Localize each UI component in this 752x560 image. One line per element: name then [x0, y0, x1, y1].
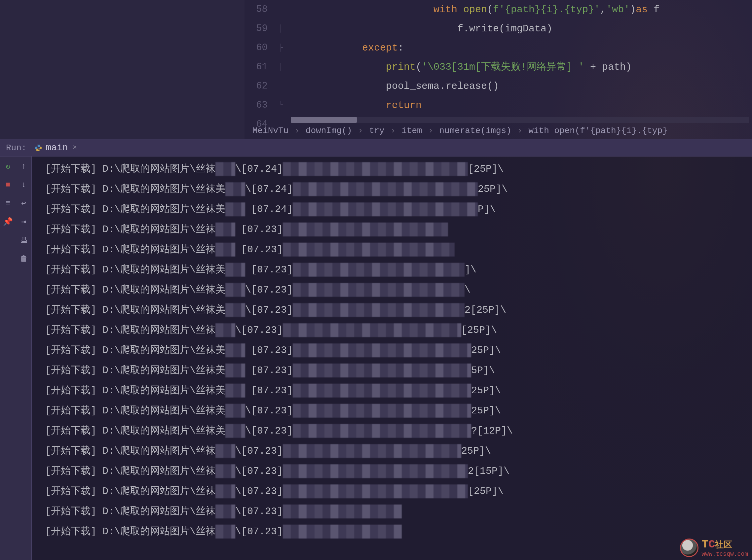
tool-column-1: ↻■≡📌: [0, 157, 16, 560]
print-icon[interactable]: 🖶: [18, 235, 30, 246]
console-line: [开始下载] D:\爬取的网站图片\丝袜 [07.23]: [45, 240, 752, 260]
censored-region: [225, 424, 245, 438]
python-icon: [34, 144, 42, 152]
censored-region: [225, 202, 245, 216]
fold-marker[interactable]: │: [274, 57, 287, 77]
scrollbar-thumb[interactable]: [291, 117, 357, 123]
censored-region: [225, 182, 245, 196]
censored-region: [283, 323, 461, 337]
censored-region: [215, 323, 235, 337]
run-header: Run: main ×: [0, 139, 752, 157]
fold-marker[interactable]: │: [274, 19, 287, 38]
chevron-right-icon: ›: [294, 123, 300, 139]
censored-region: [283, 525, 402, 539]
censored-region: [293, 202, 478, 216]
console-line: [开始下载] D:\爬取的网站图片\丝袜\[07.23][25P]\: [45, 320, 752, 340]
censored-region: [225, 384, 245, 398]
console-line: [开始下载] D:\爬取的网站图片\丝袜美\[07.23]?[12P]\: [45, 421, 752, 441]
censored-region: [225, 363, 245, 377]
censored-region: [293, 363, 471, 377]
code-editor[interactable]: 58596061626364 │├│└ with open(f'{path}{i…: [245, 0, 752, 139]
console-line: [开始下载] D:\爬取的网站图片\丝袜\[07.24][25P]\: [45, 159, 752, 179]
line-number: 61: [245, 57, 268, 77]
horizontal-scrollbar[interactable]: [291, 117, 749, 123]
stop-icon[interactable]: ■: [2, 179, 14, 190]
console-line: [开始下载] D:\爬取的网站图片\丝袜美\[07.23]25P]\: [45, 401, 752, 421]
censored-region: [225, 283, 245, 297]
breadcrumb-item[interactable]: downImg(): [306, 123, 352, 139]
code-line[interactable]: except:: [291, 38, 752, 57]
close-icon[interactable]: ×: [73, 144, 77, 152]
fold-marker[interactable]: [274, 77, 287, 96]
censored-region: [225, 404, 245, 418]
wrap-icon[interactable]: ↩: [18, 197, 30, 209]
layout-icon[interactable]: ≡: [2, 197, 14, 209]
code-line[interactable]: return: [291, 96, 752, 115]
run-tab-main[interactable]: main ×: [34, 143, 77, 153]
fold-gutter: │├│└: [274, 0, 287, 134]
watermark: TC社区 www.tcsqw.com: [680, 538, 748, 557]
censored-region: [283, 464, 468, 478]
code-line[interactable]: print('\033[31m[下载失败!网络异常] ' + path): [291, 57, 752, 77]
fold-marker[interactable]: [274, 0, 287, 19]
breadcrumb-item[interactable]: item: [402, 123, 422, 139]
console-line: [开始下载] D:\爬取的网站图片\丝袜美 [07.23]]\: [45, 260, 752, 280]
console-line: [开始下载] D:\爬取的网站图片\丝袜美\[07.23]2[25P]\: [45, 300, 752, 320]
censored-region: [283, 484, 468, 498]
console-line: [开始下载] D:\爬取的网站图片\丝袜\[07.23][25P]\: [45, 481, 752, 502]
code-area[interactable]: with open(f'{path}{i}.{typ}','wb')as ff.…: [291, 0, 752, 134]
trash-icon[interactable]: 🗑: [18, 253, 30, 264]
breadcrumb-item[interactable]: with open(f'{path}{i}.{typ}: [528, 123, 668, 139]
censored-region: [293, 404, 471, 418]
censored-region: [293, 343, 471, 357]
code-line[interactable]: pool_sema.release(): [291, 77, 752, 96]
rerun-icon[interactable]: ↻: [2, 160, 14, 172]
tool-column-2: ↑↓↩⇥🖶🗑: [16, 157, 32, 560]
run-body: ↻■≡📌 ↑↓↩⇥🖶🗑 [开始下载] D:\爬取的网站图片\丝袜\[07.24]…: [0, 157, 752, 560]
console-line: [开始下载] D:\爬取的网站图片\丝袜\[07.23]2[15P]\: [45, 461, 752, 481]
censored-region: [225, 303, 245, 317]
line-number: 58: [245, 0, 268, 19]
fold-marker[interactable]: └: [274, 96, 287, 115]
console-line: [开始下载] D:\爬取的网站图片\丝袜美\[07.24]25P]\: [45, 179, 752, 199]
censored-region: [225, 343, 245, 357]
console-line: [开始下载] D:\爬取的网站图片\丝袜 [07.23]: [45, 220, 752, 240]
run-label: Run:: [6, 143, 26, 153]
line-number: 63: [245, 96, 268, 115]
censored-region: [215, 223, 235, 236]
chevron-right-icon: ›: [517, 123, 523, 139]
censored-region: [215, 525, 235, 539]
censored-region: [293, 384, 471, 398]
breadcrumb-item[interactable]: numerate(imgs): [439, 123, 511, 139]
console-line: [开始下载] D:\爬取的网站图片\丝袜\[07.23]: [45, 502, 752, 522]
censored-region: [283, 162, 468, 176]
censored-region: [293, 283, 465, 297]
run-tool-window: Run: main × ↻■≡📌 ↑↓↩⇥🖶🗑 [开始下载] D:\爬取的网站图…: [0, 139, 752, 560]
console-line: [开始下载] D:\爬取的网站图片\丝袜美 [07.23]5P]\: [45, 361, 752, 381]
console-output[interactable]: [开始下载] D:\爬取的网站图片\丝袜\[07.24][25P]\[开始下载]…: [32, 157, 752, 560]
watermark-url: www.tcsqw.com: [702, 551, 748, 557]
run-tab-label: main: [45, 143, 68, 153]
up-arrow-icon[interactable]: ↑: [18, 160, 30, 172]
line-number: 60: [245, 38, 268, 57]
code-line[interactable]: f.write(imgData): [291, 19, 752, 38]
chevron-right-icon: ›: [358, 123, 363, 139]
breadcrumb-item[interactable]: MeiNvTu: [252, 123, 288, 139]
censored-region: [215, 444, 235, 458]
code-line[interactable]: with open(f'{path}{i}.{typ}','wb')as f: [291, 0, 752, 19]
scroll-end-icon[interactable]: ⇥: [18, 216, 30, 227]
line-number: 62: [245, 77, 268, 96]
console-line: [开始下载] D:\爬取的网站图片\丝袜美 [07.23]25P]\: [45, 381, 752, 401]
down-arrow-icon[interactable]: ↓: [18, 179, 30, 190]
fold-marker[interactable]: ├: [274, 38, 287, 57]
censored-region: [293, 263, 465, 277]
chevron-right-icon: ›: [428, 123, 433, 139]
pin-icon[interactable]: 📌: [2, 216, 14, 227]
console-line: [开始下载] D:\爬取的网站图片\丝袜美 [07.24]P]\: [45, 199, 752, 220]
watermark-brand: TC社区: [702, 538, 748, 551]
censored-region: [225, 263, 245, 277]
breadcrumb[interactable]: MeiNvTu›downImg()›try›item›numerate(imgs…: [245, 123, 752, 139]
line-number-gutter: 58596061626364: [245, 0, 274, 134]
breadcrumb-item[interactable]: try: [369, 123, 385, 139]
console-line: [开始下载] D:\爬取的网站图片\丝袜美\[07.23]\: [45, 280, 752, 300]
